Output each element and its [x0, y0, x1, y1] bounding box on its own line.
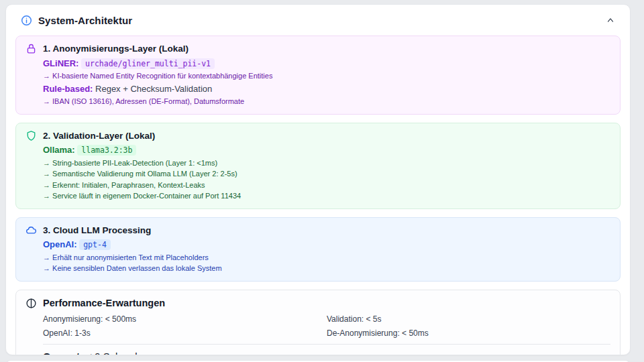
metric-openai: OpenAI: 1-3s — [43, 328, 327, 338]
shield-icon — [25, 130, 37, 141]
model-code-chip: urchade/gliner_multi_pii-v1 — [81, 58, 215, 69]
gauge-icon — [25, 298, 37, 309]
section-title: 2. Validation-Layer (Lokal) — [43, 130, 155, 142]
feature-bullet: → String-basierte PII-Leak-Detection (La… — [43, 158, 610, 168]
metric-anonymization: Anonymisierung: < 500ms — [43, 314, 327, 324]
rule-line: Rule-based: Regex + Checksum-Validation — [43, 83, 610, 95]
metric-validation: Validation: < 5s — [327, 314, 610, 324]
section-title: 1. Anonymisierungs-Layer (Lokal) — [43, 43, 189, 55]
total-label: Gesamt: — [43, 351, 83, 355]
section-validation-layer: 2. Validation-Layer (Lokal) Ollama: llam… — [15, 123, 621, 209]
performance-metrics: Anonymisierung: < 500ms OpenAI: 1-3s Val… — [25, 314, 610, 338]
model-label: OpenAI: — [43, 239, 77, 249]
section-performance: Performance-Erwartungen Anonymisierung: … — [15, 290, 621, 355]
cloud-icon — [25, 225, 37, 236]
performance-total: Gesamt: < 9 Sekunden — [25, 351, 610, 355]
section-title: 3. Cloud LLM Processing — [43, 225, 151, 237]
feature-bullet: → KI-basierte Named Entity Recognition f… — [43, 71, 610, 81]
section-cloud-llm: 3. Cloud LLM Processing OpenAI: gpt-4 → … — [15, 217, 621, 282]
rule-label: Rule-based: — [43, 84, 93, 94]
feature-bullet: → Semantische Validierung mit Ollama LLM… — [43, 169, 610, 179]
model-line: GLiNER: urchade/gliner_multi_pii-v1 — [43, 58, 610, 70]
chevron-up-icon[interactable] — [604, 14, 616, 26]
info-icon — [21, 15, 32, 26]
model-code-chip: gpt-4 — [79, 239, 111, 250]
lock-icon — [25, 43, 37, 54]
metric-deanonymization: De-Anonymisierung: < 50ms — [327, 328, 610, 338]
feature-bullet: → Service läuft in eigenem Docker-Contai… — [43, 191, 610, 201]
model-line: Ollama: llama3.2:3b — [43, 144, 610, 156]
system-architecture-card: System-Architektur 1. Anonymisierungs-La… — [5, 4, 631, 355]
model-code-chip: llama3.2:3b — [77, 145, 136, 156]
model-line: OpenAI: gpt-4 — [43, 239, 610, 251]
page-title: System-Architektur — [38, 15, 598, 26]
card-header[interactable]: System-Architektur — [15, 5, 621, 36]
feature-bullet: → IBAN (ISO 13616), Adressen (DE-Format)… — [43, 97, 610, 107]
feature-bullet: → Keine sensiblen Daten verlassen das lo… — [43, 263, 610, 274]
feature-bullet: → Erkennt: Initialen, Paraphrasen, Konte… — [43, 180, 610, 190]
total-value: < 9 Sekunden — [83, 351, 148, 355]
divider — [43, 344, 610, 345]
rule-value: Regex + Checksum-Validation — [95, 84, 212, 94]
section-anonymization-layer: 1. Anonymisierungs-Layer (Lokal) GLiNER:… — [15, 36, 621, 115]
performance-title: Performance-Erwartungen — [43, 298, 165, 308]
feature-bullet: → Erhält nur anonymisierten Text mit Pla… — [43, 253, 610, 263]
model-label: GLiNER: — [43, 58, 78, 68]
model-label: Ollama: — [43, 145, 75, 155]
